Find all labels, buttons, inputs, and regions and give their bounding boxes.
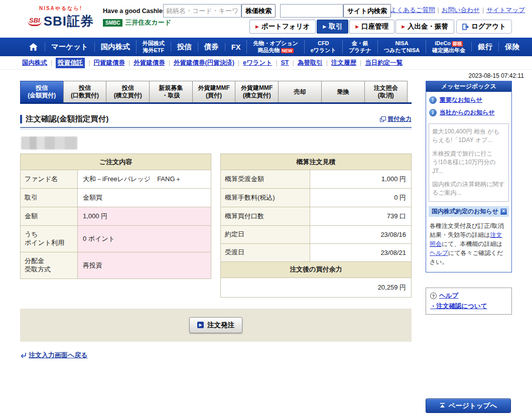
subnav-foreign-bonds-yen[interactable]: 外貨建債券(円貨決済) (174, 59, 234, 67)
nav-bank[interactable]: 銀行 (471, 42, 498, 52)
site-search-button[interactable]: サイト内検索 (343, 4, 391, 18)
action-strip: ▶ 注文発注 (20, 309, 412, 342)
page-top-icon (440, 403, 445, 408)
nav-market[interactable]: マーケット (45, 42, 94, 52)
home-icon[interactable] (22, 43, 45, 51)
subnav-forex[interactable]: 為替取引 (298, 59, 323, 67)
help-question-icon: ? (430, 293, 437, 299)
page-title-row: 注文確認(金額指定買付) 買付余力 (20, 114, 412, 128)
nav-futures-options[interactable]: 先物・オプション商品先物NEW (246, 40, 304, 53)
subnav-today-executions[interactable]: 当日約定一覧 (365, 59, 403, 67)
buying-power-link[interactable]: 買付余力 (380, 115, 412, 123)
arrow-icon: ▶ (355, 24, 359, 29)
account-mgmt-button[interactable]: ▶口座管理 (349, 20, 394, 34)
order-table-title: ご注文内容 (21, 154, 211, 170)
help-link[interactable]: ヘルプ (439, 292, 458, 300)
logout-icon (462, 24, 469, 30)
nav-insurance[interactable]: 保険 (498, 42, 525, 52)
close-icon[interactable]: × (500, 208, 507, 215)
stock-search-input[interactable] (163, 4, 241, 18)
tab-sell[interactable]: 売却 (278, 81, 322, 102)
nav-gold-platinum[interactable]: 金・銀プラチナ (342, 40, 377, 53)
divider: | (169, 59, 170, 66)
important-notice-link[interactable]: 重要なお知らせ (440, 96, 482, 104)
partner-banner[interactable]: Have a good Cashless. SMBC 三井住友カード (103, 8, 171, 27)
subnav-investment-trust[interactable]: 投資信託 (56, 58, 85, 68)
fee-value: 0 円 (310, 189, 412, 207)
trade-button[interactable]: ▶取引 (317, 20, 348, 34)
sbi-logo[interactable]: NISAやるなら! SBI SBI証券 (28, 5, 94, 30)
settlement-date-value: 23/08/21 (310, 243, 412, 261)
return-arrow-icon (20, 352, 27, 358)
back-to-order-input-link[interactable]: 注文入力画面へ戻る (29, 351, 88, 360)
table-row: ファンド名大和－iFreeレバレッジ FANG＋ (21, 170, 211, 189)
table-row: 約定日23/08/16 (221, 226, 412, 244)
sitemap-link[interactable]: サイトマップ (486, 7, 525, 14)
company-notice-link[interactable]: 当社からのお知らせ (440, 108, 495, 117)
message-box: メッセージボックス ! 重要なお知らせ i 当社からのお知らせ 最大100,40… (426, 81, 512, 272)
tab-new-offering[interactable]: 新規募集・取扱 (149, 81, 193, 102)
account-buttons: ▶ポートフォリオ ▶取引 ▶口座管理 ▶入出金・振替 (249, 20, 454, 34)
announcement-item[interactable]: 最大100,400円 相当 がもらえる!「1DAY オプ... (432, 127, 505, 145)
nav-cfd-ewarrant[interactable]: CFDeワラント (304, 40, 342, 53)
points-used-value: 0 ポイント (78, 226, 211, 252)
nav-foreign-stock[interactable]: 外国株式海外ETF (136, 40, 171, 53)
divider: | (292, 59, 294, 66)
order-details-table: ご注文内容 ファンド名大和－iFreeレバレッジ FANG＋ 取引金額買 金額1… (20, 154, 211, 279)
table-row: 概算買付口数739 口 (221, 207, 412, 226)
dividend-method-value: 再投資 (78, 252, 211, 279)
logo-text: SBI証券 (44, 13, 94, 30)
nav-bonds[interactable]: 債券 (198, 42, 225, 52)
about-order-confirmation-link[interactable]: ・注文確認について (430, 303, 487, 310)
subnav-ewarrant[interactable]: eワラント (243, 59, 272, 67)
subnav-foreign-bonds[interactable]: 外貨建債券 (134, 59, 165, 67)
subnav-yen-bonds[interactable]: 円貨建債券 (94, 59, 125, 67)
subnav-domestic-stock[interactable]: 国内株式 (22, 59, 47, 67)
settlement-amount-value: 1,000 円 (310, 170, 412, 189)
divider: | (360, 59, 361, 66)
tab-mmf-buy[interactable]: 外貨建MMF(買付) (192, 81, 236, 102)
logout-button[interactable]: ログアウト (456, 20, 512, 34)
page-top-button[interactable]: ページトップへ (426, 398, 511, 413)
execution-date-value: 23/08/16 (310, 226, 412, 244)
units-value: 739 口 (310, 207, 412, 226)
tab-fund-accumulation[interactable]: 投信(積立買付) (106, 81, 150, 102)
nav-nisa[interactable]: NISAつみたてNISA (377, 40, 426, 53)
subnav-order-history[interactable]: 注文履歴 (331, 59, 356, 67)
header: NISAやるなら! SBI SBI証券 Have a good Cashless… (0, 0, 532, 38)
faq-link[interactable]: よくあるご質問 (390, 7, 435, 14)
fund-tabs: 投信(金額買付) 投信(口数買付) 投信(積立買付) 新規募集・取扱 外貨建MM… (20, 81, 412, 104)
title-underline (20, 129, 412, 129)
deposit-withdraw-button[interactable]: ▶入出金・振替 (395, 20, 454, 34)
table-row: 金額1,000 円 (21, 207, 211, 226)
announcement-item[interactable]: 米株投資で旅行に行こう!10名様に10万円分のJT... (432, 150, 505, 176)
execution-notice-text: 各種注文受付及び訂正/取消結果・失効等の詳細は注文照会にて、本機能の詳細はヘルプ… (426, 217, 511, 272)
tab-fund-unit-buy[interactable]: 投信(口数買付) (63, 81, 107, 102)
nav-fx[interactable]: FX (225, 43, 247, 51)
stock-search-button[interactable]: 株価検索 (241, 4, 276, 18)
place-order-button[interactable]: ▶ 注文発注 (189, 317, 242, 333)
subnav-st[interactable]: ST (281, 59, 289, 66)
logo-tagline: NISAやるなら! (28, 5, 94, 12)
nav-funds[interactable]: 投信 (171, 42, 198, 52)
table-row: うち ポイント利用0 ポイント (21, 226, 211, 252)
help-inline-link[interactable]: ヘルプ (430, 249, 448, 256)
portfolio-button[interactable]: ▶ポートフォリオ (249, 20, 316, 34)
amount-value: 1,000 円 (78, 207, 211, 226)
global-nav: マーケット 国内株式 外国株式海外ETF 投信 債券 FX 先物・オプション商品… (0, 38, 532, 56)
fund-name-value: 大和－iFreeレバレッジ FANG＋ (78, 170, 211, 189)
site-search-input[interactable] (280, 4, 343, 18)
nav-ideco[interactable]: iDeCo節税確定拠出年金 (426, 40, 471, 53)
announcement-item[interactable]: 国内株式の決算銘柄に関するご案内... (432, 180, 505, 198)
contact-link[interactable]: お問い合わせ (442, 7, 480, 14)
tab-fund-amount-buy[interactable]: 投信(金額買付) (20, 81, 64, 102)
tab-mmf-accumulation[interactable]: 外貨建MMF(積立買付) (235, 81, 279, 102)
important-notice-icon: ! (429, 96, 437, 104)
tab-switch[interactable]: 乗換 (321, 81, 365, 102)
table-row: 概算手数料(税込)0 円 (221, 189, 412, 207)
table-row: 概算受渡金額1,000 円 (221, 170, 412, 189)
divider: | (88, 59, 90, 66)
nav-domestic-stock[interactable]: 国内株式 (94, 42, 136, 52)
tab-order-inquiry[interactable]: 注文照会(取消) (364, 81, 408, 102)
table-row: 受渡日23/08/21 (221, 243, 412, 261)
